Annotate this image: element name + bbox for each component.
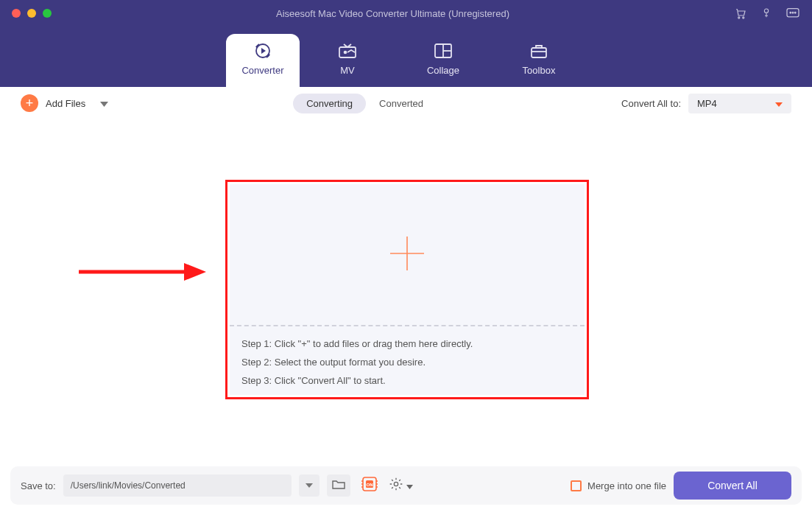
svg-point-12 [344,51,347,55]
highlight-box: Step 1: Click "+" to add files or drag t… [225,180,589,399]
file-drop-zone[interactable]: Step 1: Click "+" to add files or drag t… [230,184,585,395]
tab-mv[interactable]: MV [300,34,395,87]
main-content-area: Step 1: Click "+" to add files or drag t… [7,119,805,466]
window-title: Aiseesoft Mac Video Converter Ultimate (… [52,8,734,19]
format-selected-value: MP4 [697,98,717,109]
save-path-value: /Users/link/Movies/Converted [71,480,186,491]
save-path-dropdown[interactable] [299,474,319,497]
plus-icon [389,235,426,275]
bottom-bar: Save to: /Users/link/Movies/Converted [10,466,802,505]
save-to-label: Save to: [21,480,56,491]
sub-toolbar: + Add Files Converting Converted Convert… [7,87,805,119]
svg-marker-8 [261,48,266,54]
gear-icon [389,477,403,494]
convert-all-to-label: Convert All to: [621,98,681,109]
main-tabs: Converter MV [0,27,812,87]
svg-point-6 [794,12,796,13]
convert-all-button[interactable]: Convert All [674,472,791,500]
svg-point-4 [790,12,791,13]
folder-icon [332,479,345,492]
save-path-field[interactable]: /Users/link/Movies/Converted [63,474,292,497]
step-text: Step 3: Click "Convert All" to start. [241,375,573,386]
close-window-button[interactable] [12,9,21,18]
svg-marker-21 [184,263,206,281]
svg-marker-24 [306,483,313,488]
chevron-down-icon [775,98,783,109]
tab-label: MV [340,65,355,76]
collage-icon [433,43,453,59]
svg-rect-16 [532,48,546,57]
merge-label: Merge into one file [587,480,666,491]
plus-icon: + [21,94,38,112]
step-text: Step 1: Click "+" to add files or drag t… [241,338,573,349]
svg-point-34 [394,482,398,486]
arrow-annotation [75,261,208,283]
chevron-down-icon[interactable] [100,97,108,110]
convert-all-label: Convert All [707,480,758,491]
gpu-icon: ON [360,474,379,497]
converter-icon [253,43,273,59]
output-format-dropdown[interactable]: MP4 [688,94,791,113]
add-files-button[interactable]: + Add Files [21,94,108,112]
svg-point-5 [792,12,794,13]
tab-label: Toolbox [523,65,556,76]
tab-label: Converter [241,65,283,76]
merge-into-one-file-checkbox[interactable]: Merge into one file [571,480,666,491]
instruction-steps: Step 1: Click "+" to add files or drag t… [230,326,585,395]
fullscreen-window-button[interactable] [43,9,52,18]
tab-label: Collage [427,65,459,76]
svg-point-0 [738,17,740,18]
tab-collage[interactable]: Collage [395,34,491,87]
tab-converter[interactable]: Converter [226,34,300,87]
chevron-down-icon [406,479,413,492]
feedback-icon[interactable] [785,7,800,19]
svg-text:ON: ON [366,483,373,487]
segment-converted[interactable]: Converted [366,94,437,113]
titlebar: Aiseesoft Mac Video Converter Ultimate (… [0,0,812,27]
svg-point-1 [743,17,744,18]
step-text: Step 2: Select the output format you des… [241,357,573,368]
hardware-accel-button[interactable]: ON [358,474,381,497]
window-controls [12,9,52,18]
segment-converting[interactable]: Converting [293,94,366,113]
tab-toolbox[interactable]: Toolbox [491,34,587,87]
svg-marker-19 [775,102,783,107]
open-folder-button[interactable] [327,474,350,497]
mv-icon [337,43,358,59]
conversion-status-segment: Converting Converted [293,94,437,113]
svg-marker-35 [406,485,413,489]
add-files-label: Add Files [46,98,85,109]
svg-point-2 [764,9,768,13]
settings-button[interactable] [389,477,413,494]
minimize-window-button[interactable] [27,9,36,18]
checkbox-icon [571,480,582,491]
svg-marker-18 [100,102,108,107]
key-icon[interactable] [760,7,772,20]
toolbox-icon [529,43,549,59]
cart-icon[interactable] [734,7,747,20]
